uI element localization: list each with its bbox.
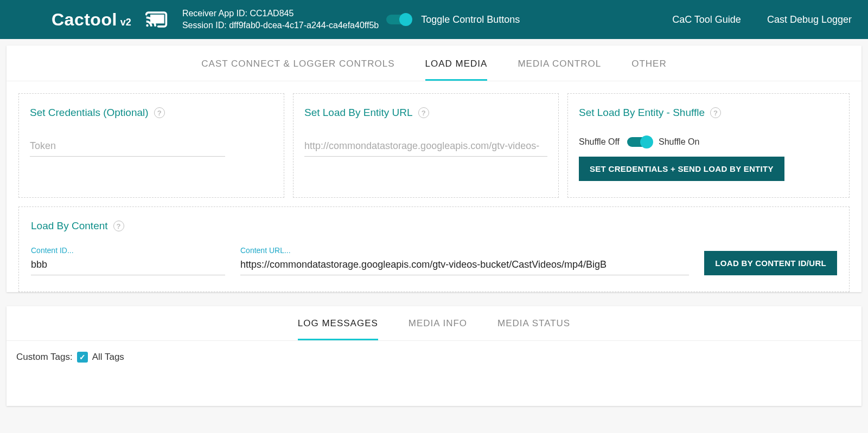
link-cac-guide[interactable]: CaC Tool Guide [672,14,741,25]
tab-media-status[interactable]: MEDIA STATUS [497,318,570,340]
credentials-title: Set Credentials (Optional) [30,107,149,119]
entity-url-title: Set Load By Entity URL [304,107,413,119]
help-icon[interactable]: ? [154,107,165,118]
shuffle-off-label: Shuffle Off [579,137,620,147]
logo-version: v2 [120,17,131,28]
tab-other[interactable]: OTHER [631,59,667,81]
session-id-value: dff9fab0-dcea-4c17-a244-ca4efa40ff5b [229,21,379,30]
panel-entity-url: Set Load By Entity URL ? [293,93,559,198]
logo-block: Cactool v2 [52,10,131,30]
content-url-input[interactable] [240,256,689,275]
header-links: CaC Tool Guide Cast Debug Logger [672,14,852,25]
tab-media-control[interactable]: MEDIA CONTROL [518,59,601,81]
panels-row: Set Credentials (Optional) ? Set Load By… [7,81,861,198]
help-icon[interactable]: ? [418,107,429,118]
app-header: Cactool v2 Receiver App ID: CC1AD845 Ses… [0,0,868,39]
tab-load-media[interactable]: LOAD MEDIA [425,59,488,81]
link-debug-logger[interactable]: Cast Debug Logger [767,14,852,25]
all-tags-checkbox[interactable]: ✓ [77,352,88,363]
main-card: CAST CONNECT & LOGGER CONTROLS LOAD MEDI… [7,46,861,292]
log-tabs: LOG MESSAGES MEDIA INFO MEDIA STATUS [7,306,861,341]
custom-tags-label: Custom Tags: [16,352,73,363]
panel-credentials: Set Credentials (Optional) ? [18,93,284,198]
shuffle-on-label: Shuffle On [659,137,699,147]
content-id-label: Content ID... [31,246,225,255]
session-info: Receiver App ID: CC1AD845 Session ID: df… [182,8,379,32]
panel-shuffle: Set Load By Entity - Shuffle ? Shuffle O… [567,93,850,198]
content-id-input[interactable] [31,256,225,275]
load-by-content-button[interactable]: LOAD BY CONTENT ID/URL [704,251,837,275]
load-content-title: Load By Content [31,220,108,232]
logo-text: Cactool [52,10,117,30]
panel-load-by-content: Load By Content ? Content ID... Content … [18,206,850,292]
all-tags-label: All Tags [92,352,124,363]
toggle-controls-switch[interactable] [386,15,410,24]
content-url-label: Content URL... [240,246,689,255]
entity-url-input[interactable] [304,137,547,157]
shuffle-title: Set Load By Entity - Shuffle [579,107,705,119]
toggle-controls-block: Toggle Control Buttons [386,14,520,25]
help-icon[interactable]: ? [113,221,124,231]
log-card: LOG MESSAGES MEDIA INFO MEDIA STATUS Cus… [7,306,861,406]
send-load-by-entity-button[interactable]: SET CREDENTIALS + SEND LOAD BY ENTITY [579,157,784,181]
main-tabs: CAST CONNECT & LOGGER CONTROLS LOAD MEDI… [7,46,861,81]
cast-icon[interactable] [141,8,171,31]
custom-tags-row: Custom Tags: ✓ All Tags [16,352,852,363]
credentials-token-input[interactable] [30,137,225,157]
receiver-id-label: Receiver App ID: [182,9,247,18]
svg-rect-1 [150,15,164,24]
shuffle-switch[interactable] [627,137,651,147]
svg-point-0 [146,24,148,27]
toggle-controls-label: Toggle Control Buttons [421,14,520,25]
tab-log-messages[interactable]: LOG MESSAGES [298,318,378,340]
help-icon[interactable]: ? [710,107,721,118]
receiver-id-value: CC1AD845 [250,9,293,18]
session-id-label: Session ID: [182,21,227,30]
tab-media-info[interactable]: MEDIA INFO [409,318,467,340]
tab-cast-connect[interactable]: CAST CONNECT & LOGGER CONTROLS [201,59,394,81]
